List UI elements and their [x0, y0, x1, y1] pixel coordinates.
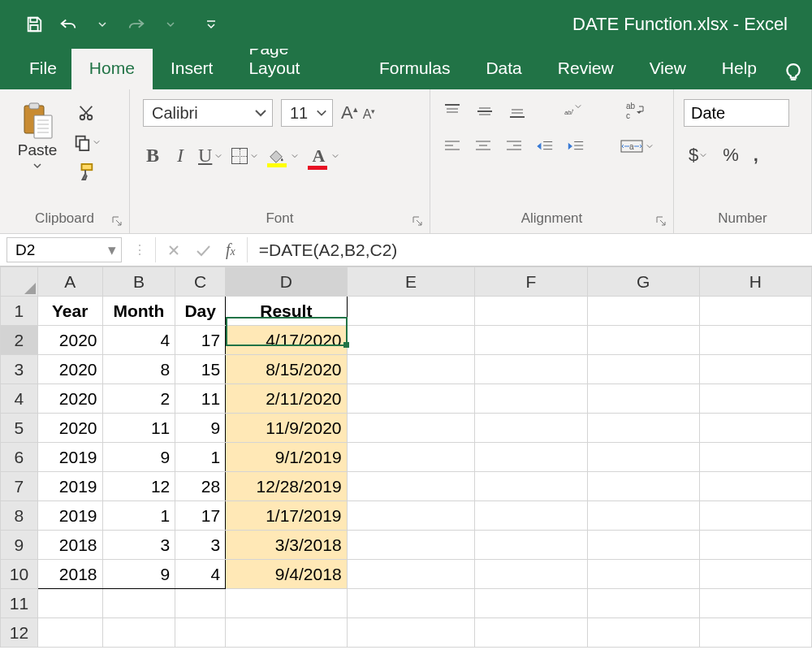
cell-A8[interactable]: 2019 — [37, 501, 102, 531]
cell[interactable] — [102, 589, 175, 618]
cell[interactable] — [699, 531, 811, 560]
cell[interactable] — [699, 560, 811, 589]
font-name-combo[interactable]: Calibri — [143, 99, 273, 127]
cell-B10[interactable]: 9 — [102, 560, 175, 589]
cell-A4[interactable]: 2020 — [37, 384, 102, 414]
decrease-font-icon[interactable]: A▾ — [363, 107, 376, 122]
cell-C9[interactable]: 3 — [175, 531, 226, 560]
cell[interactable] — [699, 618, 811, 648]
align-left-icon[interactable] — [443, 139, 461, 154]
cell[interactable] — [475, 531, 587, 560]
cell-D6[interactable]: 9/1/2019 — [226, 443, 347, 472]
cell[interactable] — [699, 589, 811, 618]
decrease-indent-icon[interactable] — [536, 139, 554, 154]
cell-A1[interactable]: Year — [37, 297, 102, 326]
cell[interactable] — [475, 472, 587, 501]
cell[interactable] — [587, 501, 699, 531]
undo-icon[interactable] — [58, 16, 78, 32]
bold-button[interactable]: B — [143, 145, 162, 167]
row-header[interactable]: 2 — [1, 326, 38, 355]
cell-A5[interactable]: 2020 — [37, 414, 102, 443]
font-size-combo[interactable]: 11 — [281, 99, 333, 127]
cell[interactable] — [699, 472, 811, 501]
cell[interactable] — [475, 355, 587, 384]
cell-C5[interactable]: 9 — [175, 414, 226, 443]
undo-dropdown-icon[interactable] — [93, 20, 112, 28]
cell[interactable] — [347, 326, 475, 355]
cell-A9[interactable]: 2018 — [37, 531, 102, 560]
enter-icon[interactable] — [195, 244, 211, 257]
cell[interactable] — [699, 443, 811, 472]
cell-D1[interactable]: Result — [226, 297, 347, 326]
cell[interactable] — [587, 560, 699, 589]
name-box-dropdown-icon[interactable]: ▾ — [108, 240, 116, 259]
cell-C10[interactable]: 4 — [175, 560, 226, 589]
row-header[interactable]: 11 — [1, 589, 38, 618]
cell[interactable] — [347, 472, 475, 501]
cell[interactable] — [347, 297, 475, 326]
cell[interactable] — [587, 618, 699, 648]
save-icon[interactable] — [24, 15, 44, 33]
cell[interactable] — [699, 355, 811, 384]
cell-C3[interactable]: 15 — [175, 355, 226, 384]
cell-D2[interactable]: 4/17/2020 — [226, 326, 347, 355]
cell[interactable] — [475, 443, 587, 472]
clipboard-launcher-icon[interactable] — [111, 215, 124, 228]
cell[interactable] — [699, 326, 811, 355]
fx-icon[interactable]: fx — [226, 240, 235, 259]
customize-qat-icon[interactable] — [201, 19, 221, 30]
row-header[interactable]: 3 — [1, 355, 38, 384]
col-header-G[interactable]: G — [587, 267, 699, 297]
col-header-D[interactable]: D — [226, 267, 347, 297]
cell[interactable] — [347, 560, 475, 589]
cell-A10[interactable]: 2018 — [37, 560, 102, 589]
align-middle-icon[interactable] — [476, 103, 494, 118]
wrap-text-icon[interactable]: abc — [625, 101, 646, 120]
cell[interactable] — [699, 501, 811, 531]
cell-C2[interactable]: 17 — [175, 326, 226, 355]
align-center-icon[interactable] — [474, 139, 492, 154]
paste-dropdown-icon[interactable] — [33, 162, 41, 169]
increase-font-icon[interactable]: A▴ — [341, 102, 358, 124]
cell[interactable] — [587, 384, 699, 414]
cell[interactable] — [37, 618, 102, 648]
cell[interactable] — [587, 531, 699, 560]
tell-me-icon[interactable] — [775, 60, 812, 89]
worksheet-grid[interactable]: A B C D E F G H 1 Year Month Day Result … — [0, 266, 812, 648]
copy-icon[interactable] — [73, 133, 100, 151]
col-header-E[interactable]: E — [347, 267, 475, 297]
cell-D5[interactable]: 11/9/2020 — [226, 414, 347, 443]
select-all-corner[interactable] — [1, 267, 38, 297]
col-header-A[interactable]: A — [37, 267, 102, 297]
cell[interactable] — [347, 531, 475, 560]
row-header[interactable]: 7 — [1, 472, 38, 501]
font-launcher-icon[interactable] — [412, 215, 425, 228]
cell[interactable] — [475, 384, 587, 414]
fill-color-button[interactable] — [267, 148, 300, 164]
cell-B6[interactable]: 9 — [102, 443, 175, 472]
increase-indent-icon[interactable] — [567, 139, 585, 154]
row-header[interactable]: 1 — [1, 297, 38, 326]
accounting-format-button[interactable]: $ — [689, 145, 708, 166]
cell[interactable] — [587, 443, 699, 472]
cell[interactable] — [475, 326, 587, 355]
cell[interactable] — [587, 297, 699, 326]
name-box[interactable]: D2 ▾ — [6, 237, 122, 262]
cell[interactable] — [475, 297, 587, 326]
cell-D9[interactable]: 3/3/2018 — [226, 531, 347, 560]
cell-C8[interactable]: 17 — [175, 501, 226, 531]
tab-insert[interactable]: Insert — [153, 49, 231, 89]
tab-view[interactable]: View — [632, 49, 704, 89]
cell[interactable] — [175, 589, 226, 618]
underline-button[interactable]: U — [198, 145, 223, 167]
tab-home[interactable]: Home — [71, 49, 153, 89]
row-header[interactable]: 10 — [1, 560, 38, 589]
alignment-launcher-icon[interactable] — [655, 215, 668, 228]
cell[interactable] — [587, 326, 699, 355]
col-header-H[interactable]: H — [699, 267, 811, 297]
comma-format-button[interactable]: , — [754, 145, 758, 166]
redo-icon[interactable] — [127, 16, 146, 32]
cell[interactable] — [102, 618, 175, 648]
cell-C7[interactable]: 28 — [175, 472, 226, 501]
row-header[interactable]: 4 — [1, 384, 38, 414]
